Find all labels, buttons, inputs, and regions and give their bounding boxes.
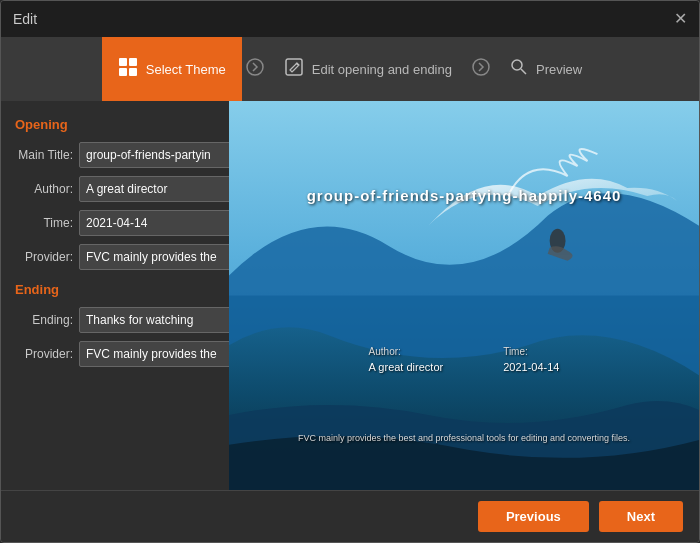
time-row: Time: xyxy=(15,210,215,236)
step-preview[interactable]: Preview xyxy=(494,37,598,101)
author-label: Author: xyxy=(15,182,73,196)
svg-point-7 xyxy=(512,60,522,70)
edit-window: Edit ✕ Select Theme xyxy=(0,0,700,543)
arrow1-icon xyxy=(242,58,268,81)
preview-title: group-of-friends-partying-happily-4640 xyxy=(307,187,622,204)
author-meta-label: Author: xyxy=(369,346,444,357)
ending-section-title: Ending xyxy=(15,282,215,297)
step-select-theme[interactable]: Select Theme xyxy=(102,37,242,101)
provider-opening-input[interactable] xyxy=(79,244,229,270)
step1-label: Select Theme xyxy=(146,62,226,77)
main-title-input[interactable] xyxy=(79,142,229,168)
time-label: Time: xyxy=(15,216,73,230)
ending-row: Ending: xyxy=(15,307,215,333)
main-title-label: Main Title: xyxy=(15,148,73,162)
provider-ending-input[interactable] xyxy=(79,341,229,367)
provider-opening-row: Provider: xyxy=(15,244,215,270)
close-button[interactable]: ✕ xyxy=(674,11,687,27)
step-edit-opening-ending[interactable]: Edit opening and ending xyxy=(268,37,468,101)
svg-rect-0 xyxy=(119,58,127,66)
step2-label: Edit opening and ending xyxy=(312,62,452,77)
step3-label: Preview xyxy=(536,62,582,77)
time-meta-value: 2021-04-14 xyxy=(503,361,559,373)
svg-rect-3 xyxy=(129,68,137,76)
svg-line-8 xyxy=(521,69,526,74)
time-input[interactable] xyxy=(79,210,229,236)
left-panel: Opening Main Title: Author: Time: Provid… xyxy=(1,101,229,490)
svg-rect-5 xyxy=(286,59,302,75)
svg-rect-2 xyxy=(119,68,127,76)
ending-label: Ending: xyxy=(15,313,73,327)
select-theme-icon xyxy=(118,57,138,82)
svg-point-6 xyxy=(473,59,489,75)
content-area: Opening Main Title: Author: Time: Provid… xyxy=(1,101,699,490)
time-meta-label: Time: xyxy=(503,346,559,357)
opening-section-title: Opening xyxy=(15,117,215,132)
svg-point-4 xyxy=(247,59,263,75)
author-meta-value: A great director xyxy=(369,361,444,373)
preview-provider: FVC mainly provides the best and profess… xyxy=(298,433,630,443)
author-row: Author: xyxy=(15,176,215,202)
right-panel: group-of-friends-partying-happily-4640 A… xyxy=(229,101,699,490)
preview-image: group-of-friends-partying-happily-4640 A… xyxy=(229,101,699,490)
footer: Previous Next xyxy=(1,490,699,542)
toolbar: Select Theme Edit opening and ending xyxy=(1,37,699,101)
arrow2-icon xyxy=(468,58,494,81)
time-meta-col: Time: 2021-04-14 xyxy=(503,346,559,373)
next-button[interactable]: Next xyxy=(599,501,683,532)
previous-button[interactable]: Previous xyxy=(478,501,589,532)
preview-meta: Author: A great director Time: 2021-04-1… xyxy=(369,346,560,373)
edit-icon xyxy=(284,57,304,82)
author-input[interactable] xyxy=(79,176,229,202)
ending-input[interactable] xyxy=(79,307,229,333)
author-meta-col: Author: A great director xyxy=(369,346,444,373)
preview-icon xyxy=(510,58,528,81)
main-title-row: Main Title: xyxy=(15,142,215,168)
titlebar: Edit ✕ xyxy=(1,1,699,37)
provider-ending-row: Provider: xyxy=(15,341,215,367)
provider-ending-label: Provider: xyxy=(15,347,73,361)
svg-rect-1 xyxy=(129,58,137,66)
provider-opening-label: Provider: xyxy=(15,250,73,264)
window-title: Edit xyxy=(13,11,37,27)
